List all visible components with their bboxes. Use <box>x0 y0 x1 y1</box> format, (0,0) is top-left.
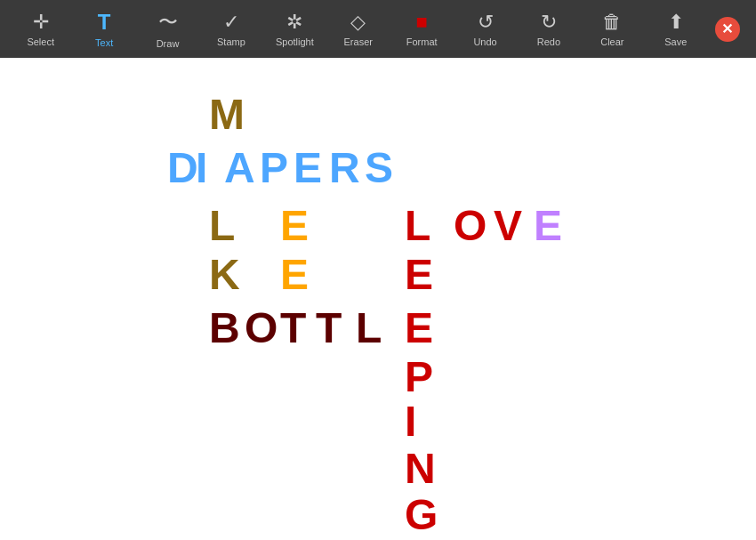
canvas-letter: D <box>167 147 198 189</box>
canvas-letter: E <box>405 307 433 350</box>
stamp-label: Stamp <box>217 36 245 47</box>
canvas-letter: R <box>329 147 360 189</box>
toolbar: ✛ Select T Text 〜 Draw ✓ Stamp ✲ Spotlig… <box>0 0 756 58</box>
clear-tool[interactable]: 🗑 Clear <box>588 4 637 53</box>
canvas-letter: O <box>245 307 277 350</box>
undo-label: Undo <box>473 36 496 47</box>
canvas-letter: V <box>494 205 522 247</box>
canvas-area[interactable]: MDIAPERSLELOVEKEEBOTTLEPING <box>0 58 756 540</box>
stamp-icon: ✓ <box>223 11 239 34</box>
canvas-letter: E <box>280 254 309 296</box>
select-tool[interactable]: ✛ Select <box>16 4 65 53</box>
canvas-letter: P <box>260 147 288 189</box>
canvas-letter: L <box>356 307 382 350</box>
select-label: Select <box>27 36 54 47</box>
canvas-letter: P <box>405 356 433 399</box>
canvas-letter: G <box>405 494 438 536</box>
eraser-tool[interactable]: ◇ Eraser <box>334 4 382 53</box>
canvas-letter: T <box>280 307 306 350</box>
canvas-letter: E <box>280 205 309 247</box>
draw-tool[interactable]: 〜 Draw <box>143 4 192 53</box>
redo-icon: ↻ <box>541 11 557 34</box>
canvas-letter: E <box>534 205 562 247</box>
redo-label: Redo <box>537 36 560 47</box>
canvas-letter: L <box>209 205 235 247</box>
clear-icon: 🗑 <box>602 11 622 34</box>
close-button[interactable]: ✕ <box>715 17 740 42</box>
format-label: Format <box>406 36 438 47</box>
spotlight-tool[interactable]: ✲ Spotlight <box>270 4 319 53</box>
spotlight-icon: ✲ <box>286 11 302 34</box>
canvas-letter: L <box>405 205 430 247</box>
canvas-letter: I <box>196 147 207 189</box>
canvas-letter: K <box>209 254 240 296</box>
redo-tool[interactable]: ↻ Redo <box>524 4 573 53</box>
eraser-icon: ◇ <box>350 11 366 34</box>
canvas-letter: S <box>365 147 393 189</box>
clear-label: Clear <box>600 36 623 47</box>
draw-icon: 〜 <box>158 9 178 36</box>
save-icon: ⬆ <box>668 11 684 34</box>
canvas-letter: T <box>316 307 342 350</box>
eraser-label: Eraser <box>344 36 373 47</box>
save-tool[interactable]: ⬆ Save <box>651 4 700 53</box>
canvas-letter: I <box>405 400 416 443</box>
text-label: Text <box>95 37 113 48</box>
select-icon: ✛ <box>33 11 49 34</box>
canvas-letter: O <box>454 205 487 247</box>
canvas-letter: E <box>294 147 322 189</box>
spotlight-label: Spotlight <box>276 36 314 47</box>
canvas-letter: B <box>209 307 240 350</box>
draw-label: Draw <box>157 38 180 49</box>
undo-icon: ↺ <box>478 11 494 34</box>
format-icon: ■ <box>415 11 427 34</box>
stamp-tool[interactable]: ✓ Stamp <box>206 4 255 53</box>
canvas-letter: M <box>209 93 245 136</box>
undo-tool[interactable]: ↺ Undo <box>461 4 510 53</box>
save-label: Save <box>664 36 687 47</box>
canvas-letter: N <box>405 447 436 490</box>
text-icon: T <box>98 10 111 35</box>
canvas-letter: A <box>224 147 255 189</box>
canvas-letter: E <box>405 254 433 296</box>
format-tool[interactable]: ■ Format <box>398 4 446 53</box>
text-tool[interactable]: T Text <box>80 4 129 53</box>
